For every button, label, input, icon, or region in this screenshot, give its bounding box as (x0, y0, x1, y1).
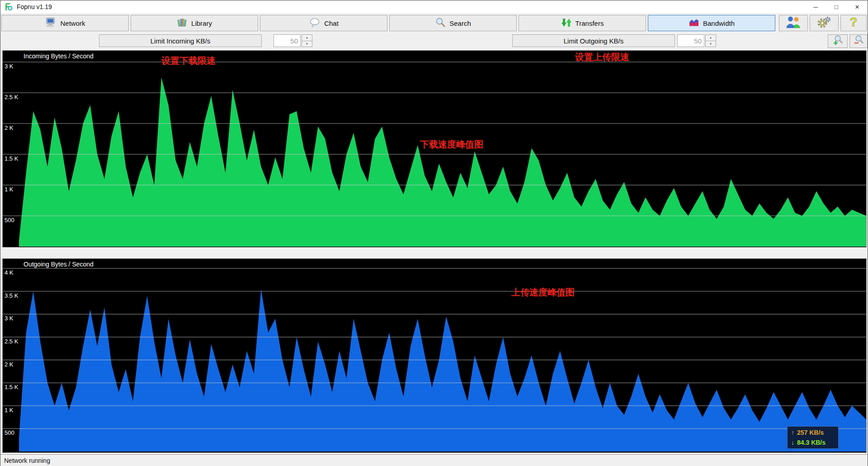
y-axis-tick-label: 1.5 K (5, 384, 18, 390)
tab-bandwidth[interactable]: Bandwidth (648, 15, 775, 31)
tab-label: Search (449, 19, 471, 27)
tab-network[interactable]: Network (1, 15, 129, 31)
tab-label: Library (191, 19, 212, 27)
y-axis-tick-label: 1 K (5, 186, 14, 193)
window-title: Fopnu v1.19 (17, 3, 52, 10)
annotation-upload-peak-graph: 上传速度峰值图 (511, 286, 575, 299)
library-books-icon (177, 17, 188, 29)
maximize-button[interactable]: □ (826, 0, 847, 13)
network-status-text: Network running (4, 457, 50, 464)
download-rate-value: 84.3 KB/s (797, 439, 826, 446)
zoom-out-icon (853, 34, 864, 48)
title-bar: Fopnu v1.19 ─ □ ✕ (0, 0, 868, 13)
tab-bar: Network Library Chat (0, 13, 868, 33)
limit-incoming-button[interactable]: Limit Incoming KB/s (99, 34, 262, 47)
transfers-arrows-icon (561, 17, 572, 29)
tab-search[interactable]: Search (389, 15, 517, 31)
y-axis-tick-label: 3 K (5, 63, 14, 70)
upload-rate-value: 257 KB/s (797, 429, 824, 436)
y-axis-tick-label: 500 (5, 429, 14, 436)
network-icon (45, 18, 57, 29)
annotation-set-download-limit: 设置下载限速 (161, 55, 216, 67)
spin-up-arrow[interactable]: ▲ (302, 34, 312, 41)
window-controls: ─ □ ✕ (805, 0, 868, 13)
tab-label: Bandwidth (703, 19, 735, 27)
y-axis-tick-label: 3.5 K (5, 292, 18, 299)
settings-button[interactable] (810, 15, 839, 31)
annotation-set-upload-limit: 设置上传限速 (575, 51, 629, 63)
y-axis-tick-label: 2 K (5, 124, 14, 131)
limit-incoming-spinbox: 50 ▲ ▼ (274, 34, 312, 47)
tab-label: Network (60, 19, 85, 27)
minimize-button[interactable]: ─ (805, 0, 826, 13)
help-button[interactable]: ? (840, 15, 867, 31)
tab-label: Transfers (576, 19, 604, 27)
zoom-out-button[interactable] (849, 34, 868, 48)
zoom-in-icon (832, 34, 844, 48)
upload-rate: ↑ 257 KB/s (791, 429, 835, 436)
zoom-in-button[interactable] (828, 34, 848, 48)
outgoing-area-chart (3, 259, 866, 452)
chat-bubble-icon (309, 18, 321, 29)
users-icon (785, 15, 802, 31)
y-axis-tick-label: 4 K (5, 269, 14, 276)
spin-down-arrow[interactable]: ▼ (302, 41, 312, 48)
bandwidth-toolbar: Limit Incoming KB/s 50 ▲ ▼ Limit Outgoin… (0, 33, 868, 49)
incoming-chart-title: Incoming Bytes / Second (24, 52, 94, 60)
transfer-rate-overlay: ↑ 257 KB/s ↓ 84.3 KB/s (787, 426, 839, 449)
tab-chat[interactable]: Chat (260, 15, 387, 31)
y-axis-tick-label: 2.5 K (5, 94, 18, 100)
down-arrow-icon: ↓ (791, 439, 794, 446)
tab-transfers[interactable]: Transfers (519, 15, 646, 31)
gear-icon (816, 15, 832, 31)
limit-outgoing-button[interactable]: Limit Outgoing KB/s (512, 34, 675, 47)
spin-down-arrow[interactable]: ▼ (705, 41, 716, 48)
y-axis-tick-label: 1 K (5, 407, 14, 414)
tab-library[interactable]: Library (131, 15, 258, 31)
tab-label: Chat (324, 19, 339, 27)
close-button[interactable]: ✕ (847, 0, 868, 13)
fopnu-logo-icon (5, 3, 13, 11)
y-axis-tick-label: 1.5 K (5, 155, 18, 162)
download-rate: ↓ 84.3 KB/s (791, 439, 835, 446)
outgoing-chart-title: Outgoing Bytes / Second (24, 261, 94, 268)
limit-outgoing-value[interactable]: 50 (677, 34, 704, 47)
y-axis-tick-label: 3 K (5, 315, 14, 322)
limit-outgoing-spinbox: 50 ▲ ▼ (677, 34, 716, 47)
annotation-download-peak-graph: 下载速度峰值图 (420, 138, 483, 151)
y-axis-tick-label: 2 K (5, 361, 14, 368)
outgoing-graph-panel: Outgoing Bytes / Second ↑ 257 KB/s ↓ 84.… (2, 258, 867, 453)
app-window: Fopnu v1.19 ─ □ ✕ Network (0, 0, 868, 466)
up-arrow-icon: ↑ (791, 429, 794, 436)
y-axis-tick-label: 2.5 K (5, 338, 18, 345)
users-button[interactable] (779, 15, 808, 31)
bandwidth-chart-icon (689, 18, 699, 28)
y-axis-tick-label: 500 (5, 217, 14, 223)
status-bar: Network running (0, 454, 868, 466)
svg-text:?: ? (850, 15, 858, 29)
spin-up-arrow[interactable]: ▲ (705, 34, 716, 41)
question-mark-icon: ? (847, 15, 860, 31)
limit-incoming-value[interactable]: 50 (274, 34, 301, 47)
search-icon (435, 17, 446, 29)
